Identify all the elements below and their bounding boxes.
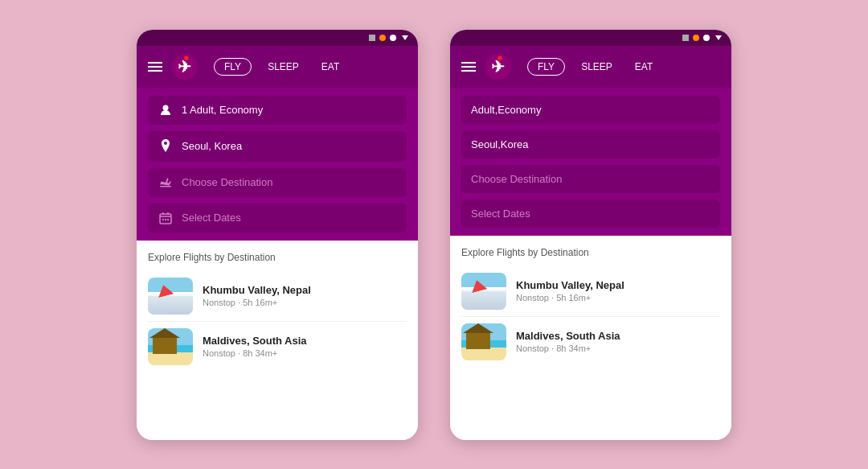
top-header-1: ✈ FLY SLEEP EAT [137, 46, 418, 88]
maldives-info-1: Maldives, South Asia Nonstop · 8h 34m+ [203, 335, 307, 358]
hamburger-icon[interactable] [148, 62, 162, 72]
dates-placeholder-2: Select Dates [471, 208, 530, 220]
nav-tab-sleep-1[interactable]: SLEEP [261, 58, 305, 76]
status-bar-2 [450, 30, 731, 46]
nepal-thumb-2 [461, 273, 506, 310]
maldives-thumb-2 [461, 323, 506, 360]
status-chevron-icon [402, 35, 408, 40]
top-header-2: ✈ FLY SLEEP EAT [450, 46, 731, 88]
explore-section-2: Explore Flights by Destination Khumbu Va… [450, 236, 731, 440]
logo-area-2: ✈ [484, 52, 513, 81]
nav-tabs-1: FLY SLEEP EAT [214, 58, 407, 76]
origin-field-2[interactable]: Seoul,Korea [461, 130, 720, 158]
nepal-meta-2: Nonstop · 5h 16m+ [516, 293, 624, 302]
passenger-field-1[interactable]: 1 Adult, Economy [148, 96, 407, 125]
nepal-info-1: Khumbu Valley, Nepal Nonstop · 5h 16m+ [203, 284, 311, 307]
origin-field-1[interactable]: Seoul, Korea [148, 131, 407, 162]
nav-tab-eat-1[interactable]: EAT [315, 58, 346, 76]
calendar-icon-1 [158, 212, 174, 224]
phone-card-1: ✈ FLY SLEEP EAT 1 Adult, Economy [137, 30, 418, 440]
passenger-field-2[interactable]: Adult,Economy [461, 96, 720, 124]
hamburger-icon-2[interactable] [461, 62, 476, 72]
destination-item-maldives-2[interactable]: Maldives, South Asia Nonstop · 8h 34m+ [461, 317, 720, 367]
svg-rect-8 [162, 219, 164, 220]
status-icon-square-2 [682, 35, 689, 41]
nav-tab-eat-2[interactable]: EAT [628, 58, 659, 76]
explore-section-1: Explore Flights by Destination Khumbu Va… [137, 241, 418, 440]
dates-field-2[interactable]: Select Dates [461, 200, 720, 228]
dates-field-1[interactable]: Select Dates [148, 204, 407, 232]
phone-card-2: ✈ FLY SLEEP EAT Adult,Economy Seoul,Kore… [450, 30, 731, 440]
svg-rect-10 [167, 219, 169, 220]
destination-item-nepal-1[interactable]: Khumbu Valley, Nepal Nonstop · 5h 16m+ [148, 271, 407, 322]
destination-placeholder-2: Choose Destination [471, 173, 562, 185]
passenger-value-2: Adult,Economy [471, 104, 541, 116]
svg-rect-7 [167, 212, 169, 215]
svg-text:✈: ✈ [491, 58, 505, 76]
nav-tab-sleep-2[interactable]: SLEEP [575, 58, 619, 76]
fields-section-2: Adult,Economy Seoul,Korea Choose Destina… [450, 88, 731, 236]
origin-value-1: Seoul, Korea [182, 140, 242, 152]
status-icon-square [369, 35, 375, 41]
maldives-thumb-1 [148, 328, 193, 365]
maldives-info-2: Maldives, South Asia Nonstop · 8h 34m+ [516, 330, 620, 353]
logo-area: ✈ [170, 52, 199, 81]
status-icon-circle-white [390, 35, 396, 41]
svg-point-3 [163, 105, 169, 110]
svg-text:✈: ✈ [178, 58, 191, 76]
maldives-name-1: Maldives, South Asia [203, 335, 307, 347]
svg-point-13 [497, 56, 502, 60]
passenger-value-1: 1 Adult, Economy [182, 104, 263, 116]
nav-tab-fly-2[interactable]: FLY [527, 58, 565, 76]
passenger-icon [158, 104, 174, 117]
nav-tab-fly-1[interactable]: FLY [214, 58, 252, 76]
destination-field-1[interactable]: Choose Destination [148, 168, 407, 197]
svg-rect-9 [165, 219, 166, 220]
status-chevron-icon-2 [715, 35, 722, 40]
origin-value-2: Seoul,Korea [471, 138, 529, 150]
status-icon-circle-white-2 [703, 35, 710, 41]
destination-placeholder-1: Choose Destination [182, 176, 272, 188]
location-icon [158, 139, 174, 154]
svg-rect-6 [162, 212, 164, 215]
maldives-name-2: Maldives, South Asia [516, 330, 620, 342]
nepal-meta-1: Nonstop · 5h 16m+ [203, 298, 311, 307]
nepal-name-1: Khumbu Valley, Nepal [203, 284, 311, 296]
status-icon-circle-orange [379, 35, 386, 41]
destination-field-2[interactable]: Choose Destination [461, 165, 720, 193]
destination-item-nepal-2[interactable]: Khumbu Valley, Nepal Nonstop · 5h 16m+ [461, 266, 720, 317]
plane-icon-1 [158, 176, 174, 189]
nav-tabs-2: FLY SLEEP EAT [527, 58, 720, 76]
explore-title-2: Explore Flights by Destination [461, 247, 720, 258]
maldives-meta-1: Nonstop · 8h 34m+ [203, 348, 307, 358]
status-icon-circle-orange-2 [693, 35, 699, 41]
brand-logo: ✈ [170, 52, 199, 81]
explore-title-1: Explore Flights by Destination [148, 252, 407, 263]
fields-section-1: 1 Adult, Economy Seoul, Korea Choose Des… [137, 88, 418, 241]
svg-point-2 [184, 56, 188, 60]
destination-item-maldives-1[interactable]: Maldives, South Asia Nonstop · 8h 34m+ [148, 322, 407, 372]
brand-logo-2: ✈ [484, 52, 513, 81]
nepal-thumb-1 [148, 278, 193, 315]
status-bar-1 [137, 30, 418, 46]
nepal-name-2: Khumbu Valley, Nepal [516, 279, 624, 291]
nepal-info-2: Khumbu Valley, Nepal Nonstop · 5h 16m+ [516, 279, 624, 302]
svg-rect-4 [160, 186, 171, 187]
dates-placeholder-1: Select Dates [182, 212, 241, 224]
maldives-meta-2: Nonstop · 8h 34m+ [516, 344, 620, 353]
